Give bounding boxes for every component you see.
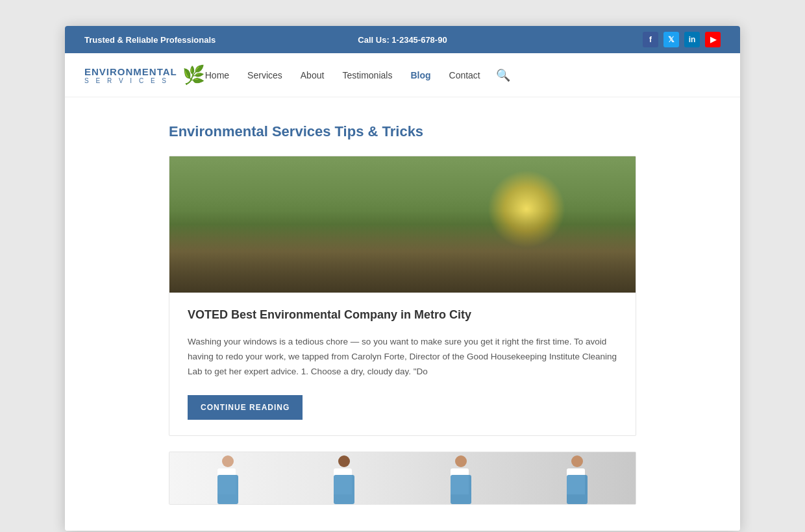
- worker-3: [441, 455, 480, 504]
- tagline: Trusted & Reliable Professionals: [84, 35, 297, 45]
- nav-home[interactable]: Home: [205, 70, 229, 80]
- nav-bar: ENVIRONMENTAL S E R V I C E S 🌿 Home Ser…: [65, 53, 740, 97]
- blog-card-2: [169, 452, 636, 505]
- worker-head-1: [222, 455, 234, 467]
- browser-window: Trusted & Reliable Professionals Call Us…: [65, 26, 740, 531]
- logo-icon: 🌿: [182, 64, 205, 86]
- worker-head-2: [338, 455, 350, 467]
- social-icons: f 𝕏 in ▶: [508, 32, 721, 47]
- nav-blog[interactable]: Blog: [410, 70, 430, 80]
- blog-card-1: VOTED Best Environmental Company in Metr…: [169, 156, 636, 436]
- worker-apron-3: [451, 475, 471, 504]
- nav-testimonials[interactable]: Testimonials: [342, 70, 392, 80]
- worker-apron-1: [217, 475, 238, 504]
- dark-overlay: [169, 211, 636, 293]
- section-title: Environmental Services Tips & Tricks: [169, 123, 636, 140]
- main-content: Environmental Services Tips & Tricks VOT…: [65, 97, 740, 531]
- facebook-icon[interactable]: f: [643, 32, 658, 47]
- nav-contact[interactable]: Contact: [449, 70, 480, 80]
- phone: Call Us: 1-2345-678-90: [297, 35, 509, 45]
- youtube-icon[interactable]: ▶: [705, 32, 721, 47]
- blog-image-1: [169, 156, 636, 293]
- logo-top: ENVIRONMENTAL: [84, 66, 177, 77]
- top-bar: Trusted & Reliable Professionals Call Us…: [65, 26, 740, 53]
- search-icon[interactable]: 🔍: [496, 68, 510, 82]
- logo-bottom: S E R V I C E S: [84, 77, 177, 84]
- twitter-icon[interactable]: 𝕏: [663, 32, 679, 47]
- nav-services[interactable]: Services: [247, 70, 282, 80]
- blog-excerpt-1: Washing your windows is a tedious chore …: [188, 335, 617, 380]
- logo-text: ENVIRONMENTAL S E R V I C E S: [84, 66, 177, 84]
- blog-body-1: VOTED Best Environmental Company in Metr…: [169, 293, 636, 435]
- linkedin-icon[interactable]: in: [684, 32, 700, 47]
- worker-1: [208, 455, 247, 504]
- blog-image-2: [169, 452, 636, 504]
- worker-head-3: [455, 455, 467, 467]
- logo[interactable]: ENVIRONMENTAL S E R V I C E S 🌿: [84, 64, 205, 86]
- worker-2: [325, 455, 364, 504]
- blog-title-1: VOTED Best Environmental Company in Metr…: [188, 308, 617, 322]
- worker-head-4: [571, 455, 583, 467]
- nav-about[interactable]: About: [301, 70, 325, 80]
- main-nav: Home Services About Testimonials Blog Co…: [205, 69, 480, 81]
- continue-reading-button[interactable]: CONTINUE READING: [188, 395, 303, 420]
- worker-4: [558, 455, 597, 504]
- workers-scene: [169, 452, 636, 504]
- landscape-bg: [169, 156, 636, 293]
- worker-apron-4: [567, 475, 588, 504]
- worker-apron-2: [334, 475, 354, 504]
